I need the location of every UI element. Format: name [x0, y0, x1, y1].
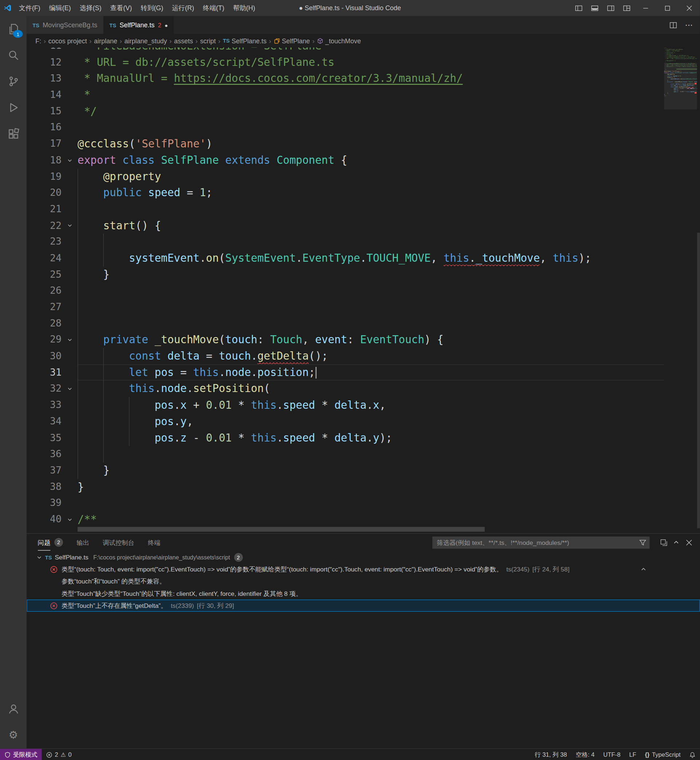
code-line-11[interactable]: 11 * FileBasenameNoExtension = SelfPlane: [27, 47, 664, 54]
problem-row[interactable]: 类型“(touch: Touch, event: import("cc").Ev…: [27, 563, 700, 575]
code-line-25[interactable]: 25 }: [27, 267, 664, 283]
code-line-31[interactable]: 31 let pos = this.node.position;: [27, 364, 664, 381]
code-line-34[interactable]: 34 pos.y,: [27, 414, 664, 430]
problems-file-group[interactable]: TS SelfPlane.ts F:\cocos project\airplan…: [27, 551, 700, 563]
code-line-13[interactable]: 13 * ManualUrl = https://docs.cocos.com/…: [27, 70, 664, 87]
code-line-30[interactable]: 30 const delta = touch.getDelta();: [27, 348, 664, 364]
panel-tab-输出[interactable]: 输出: [77, 534, 89, 551]
maximize-panel-chevron-icon[interactable]: [670, 536, 683, 549]
cursor-position-item[interactable]: 行 31, 列 38: [530, 749, 572, 760]
code-line-23[interactable]: 23: [27, 234, 664, 250]
breadcrumb-item[interactable]: SelfPlane: [274, 37, 310, 44]
chevron-down-icon[interactable]: [36, 554, 42, 560]
minimap[interactable]: /** * Predefined variables * Name = Self…: [664, 47, 697, 533]
menu-转到(G)[interactable]: 转到(G): [136, 0, 168, 16]
code-line-38[interactable]: 38}: [27, 479, 664, 495]
toggle-panel-icon[interactable]: [586, 0, 602, 16]
extensions-icon[interactable]: [0, 121, 27, 147]
toggle-secondary-sidebar-icon[interactable]: [602, 0, 619, 16]
account-icon[interactable]: [0, 696, 27, 722]
restricted-mode-item[interactable]: 受限模式: [0, 749, 42, 760]
split-editor-icon[interactable]: [669, 21, 677, 29]
tab-SelfPlane.ts[interactable]: TSSelfPlane.ts2●: [103, 16, 174, 34]
minimap-slider[interactable]: [664, 63, 697, 109]
panel-tab-问题[interactable]: 问题2: [38, 534, 63, 551]
breadcrumb-item[interactable]: airplane: [94, 37, 117, 44]
code-line-22[interactable]: 22 start() {: [27, 217, 664, 234]
menu-查看(V)[interactable]: 查看(V): [106, 0, 136, 16]
run-debug-icon[interactable]: [0, 95, 27, 121]
breadcrumb-item[interactable]: F:: [35, 37, 41, 44]
code-line-14[interactable]: 14 *: [27, 87, 664, 103]
open-in-editor-icon[interactable]: [658, 536, 670, 549]
code-line-21[interactable]: 21: [27, 201, 664, 217]
fold-chevron-icon[interactable]: [61, 381, 78, 397]
eol-item[interactable]: LF: [625, 749, 640, 760]
fold-chevron-icon[interactable]: [61, 332, 78, 348]
indentation-item[interactable]: 空格: 4: [572, 749, 599, 760]
code-line-40[interactable]: 40/**: [27, 511, 664, 528]
code-line-17[interactable]: 17@ccclass('SelfPlane'): [27, 136, 664, 152]
settings-gear-icon[interactable]: ⚙: [0, 722, 27, 748]
code-line-39[interactable]: 39: [27, 495, 664, 511]
breadcrumb-item[interactable]: airplane_study: [125, 37, 167, 44]
fold-chevron-icon[interactable]: [61, 217, 78, 234]
code-line-35[interactable]: 35 pos.z - 0.01 * this.speed * delta.y);: [27, 429, 664, 446]
code-line-27[interactable]: 27: [27, 299, 664, 315]
problem-related-row[interactable]: 类型“Touch”缺少类型“Touch”的以下属性: clientX, clie…: [27, 587, 700, 599]
close-button[interactable]: [678, 0, 700, 16]
code-line-26[interactable]: 26: [27, 283, 664, 299]
explorer-icon[interactable]: 1: [0, 16, 27, 42]
code-line-36[interactable]: 36: [27, 446, 664, 462]
code-line-37[interactable]: 37 }: [27, 462, 664, 479]
code-line-18[interactable]: 18export class SelfPlane extends Compone…: [27, 152, 664, 169]
dirty-indicator-icon[interactable]: ●: [164, 22, 168, 28]
more-actions-icon[interactable]: ⋯: [685, 20, 694, 30]
toggle-sidebar-icon[interactable]: [570, 0, 586, 16]
close-panel-icon[interactable]: [683, 536, 695, 549]
problem-related-row[interactable]: 参数“touch”和“touch” 的类型不兼容。: [27, 576, 700, 587]
maximize-button[interactable]: [656, 0, 678, 16]
customize-layout-icon[interactable]: [619, 0, 634, 16]
language-mode-item[interactable]: {} TypeScript: [641, 749, 685, 760]
search-icon[interactable]: [0, 42, 27, 69]
code-line-20[interactable]: 20 public speed = 1;: [27, 185, 664, 201]
code-line-32[interactable]: 32 this.node.setPosition(: [27, 381, 664, 397]
code-line-12[interactable]: 12 * URL = db://assets/script/SelfPlane.…: [27, 54, 664, 70]
filter-icon[interactable]: [639, 538, 647, 546]
breadcrumb-item[interactable]: _touchMove: [317, 37, 361, 44]
code-line-33[interactable]: 33 pos.x + 0.01 * this.speed * delta.x,: [27, 397, 664, 414]
code-line-29[interactable]: 29 private _touchMove(touch: Touch, even…: [27, 332, 664, 348]
problems-status-item[interactable]: 2 ⚠ 0: [42, 749, 76, 760]
source-control-icon[interactable]: [0, 69, 27, 95]
filter-input[interactable]: [433, 536, 650, 548]
horizontal-scrollbar[interactable]: [78, 527, 485, 531]
breadcrumb-item[interactable]: script: [200, 37, 216, 44]
chevron-up-icon[interactable]: [640, 566, 647, 572]
notifications-bell-item[interactable]: [685, 749, 700, 760]
problem-row[interactable]: 类型“Touch”上不存在属性“getDelta”。ts(2339)[行 30,…: [27, 599, 700, 612]
panel-tab-调试控制台[interactable]: 调试控制台: [103, 534, 134, 551]
code-line-16[interactable]: 16: [27, 119, 664, 136]
menu-帮助(H)[interactable]: 帮助(H): [229, 0, 259, 16]
encoding-item[interactable]: UTF-8: [599, 749, 625, 760]
code-line-28[interactable]: 28: [27, 315, 664, 332]
code-line-15[interactable]: 15 */: [27, 103, 664, 119]
code-line-19[interactable]: 19 @property: [27, 169, 664, 185]
breadcrumb-item[interactable]: assets: [174, 37, 193, 44]
breadcrumb-item[interactable]: TSSelfPlane.ts: [223, 37, 266, 44]
code-editor[interactable]: 11 * FileBasenameNoExtension = SelfPlane…: [27, 47, 700, 533]
tab-MovingSceneBg.ts[interactable]: TSMovingSceneBg.ts: [27, 16, 103, 34]
vertical-scrollbar[interactable]: [697, 233, 700, 528]
menu-编辑(E)[interactable]: 编辑(E): [45, 0, 75, 16]
menu-运行(R)[interactable]: 运行(R): [167, 0, 198, 16]
fold-chevron-icon[interactable]: [61, 152, 78, 169]
menu-选择(S)[interactable]: 选择(S): [75, 0, 106, 16]
fold-chevron-icon[interactable]: [61, 511, 78, 528]
code-line-24[interactable]: 24 systemEvent.on(SystemEvent.EventType.…: [27, 250, 664, 267]
menu-终端(T)[interactable]: 终端(T): [198, 0, 229, 16]
panel-tab-终端[interactable]: 终端: [148, 534, 161, 551]
minimize-button[interactable]: [634, 0, 656, 16]
menu-文件(F)[interactable]: 文件(F): [14, 0, 45, 16]
breadcrumb-item[interactable]: cocos project: [48, 37, 87, 44]
